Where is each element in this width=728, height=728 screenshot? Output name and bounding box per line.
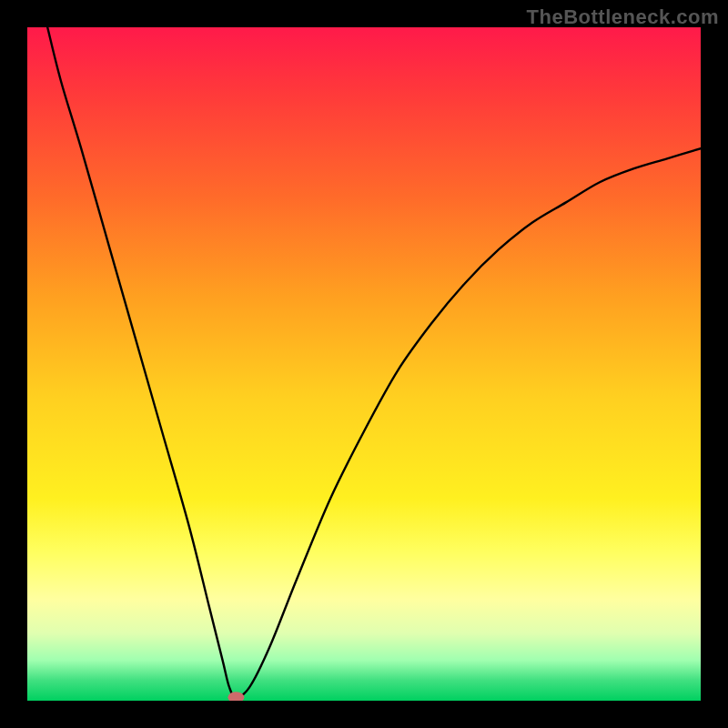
bottleneck-curve (47, 27, 701, 697)
minimum-marker (228, 692, 244, 701)
chart-frame: TheBottleneck.com (0, 0, 728, 728)
plot-area (27, 27, 701, 701)
curve-layer (27, 27, 701, 701)
watermark-text: TheBottleneck.com (527, 5, 719, 29)
